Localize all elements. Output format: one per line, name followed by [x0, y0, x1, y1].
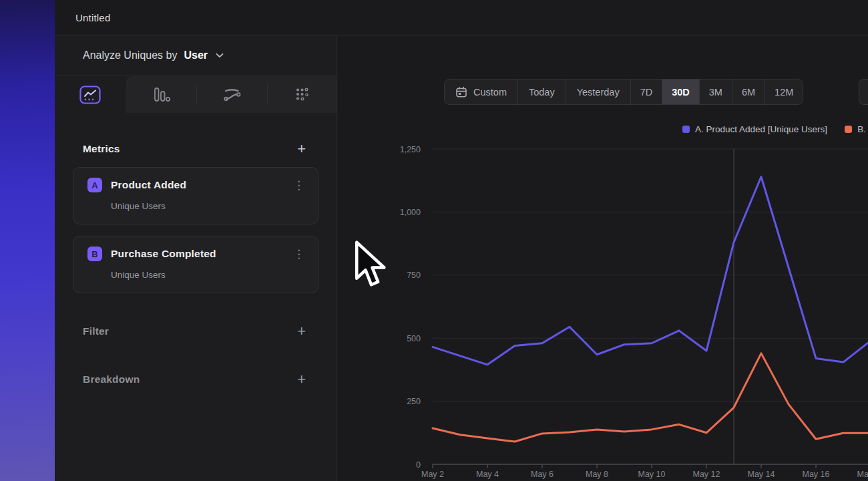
legend-item[interactable]: B. Purchase Completed [Unique Users]	[845, 124, 868, 134]
metric-card-b[interactable]: B Purchase Completed ⋮ Unique Users	[73, 236, 318, 293]
query-panel: Analyze Uniques by User	[55, 35, 337, 481]
legend-swatch	[845, 126, 852, 133]
calendar-icon	[455, 86, 467, 98]
funnel-icon	[151, 86, 171, 104]
range-button-30d[interactable]: 30D	[662, 79, 699, 104]
metric-event-name[interactable]: Purchase Completed	[111, 248, 216, 260]
legend-item[interactable]: A. Product Added [Unique Users]	[682, 124, 827, 134]
chart-legend: A. Product Added [Unique Users]B. Purcha…	[682, 124, 868, 134]
breakdown-header: Breakdown +	[55, 373, 337, 386]
date-range-bar: CustomTodayYesterday7D30D3M6M12M	[444, 79, 803, 105]
metrics-header: Metrics +	[55, 142, 337, 156]
add-metric-button[interactable]: +	[297, 142, 306, 156]
chevron-down-icon[interactable]	[216, 53, 224, 58]
range-button-today[interactable]: Today	[517, 79, 566, 104]
metric-measure[interactable]: Unique Users	[111, 270, 306, 280]
compare-button[interactable]: Compare	[859, 79, 868, 105]
filter-header: Filter +	[55, 325, 337, 338]
analyze-row: Analyze Uniques by User	[55, 35, 337, 76]
analyze-value-dropdown[interactable]: User	[184, 49, 208, 61]
filter-title: Filter	[83, 325, 109, 337]
tab-insights[interactable]	[55, 76, 126, 113]
kebab-menu-icon[interactable]: ⋮	[290, 178, 307, 192]
retention-dots-icon	[293, 86, 312, 104]
add-filter-button[interactable]: +	[297, 325, 306, 338]
add-breakdown-button[interactable]: +	[297, 373, 306, 386]
tab-retention[interactable]	[267, 76, 338, 113]
app-window: Untitled Analyze Uniques by User	[55, 0, 868, 481]
legend-label: A. Product Added [Unique Users]	[695, 124, 827, 134]
range-button-12m[interactable]: 12M	[765, 79, 803, 104]
breakdown-title: Breakdown	[83, 373, 140, 385]
legend-label: B. Purchase Completed [Unique Users]	[857, 124, 868, 134]
analyze-label: Analyze Uniques by	[83, 49, 177, 61]
date-range-group: CustomTodayYesterday7D30D3M6M12M	[444, 79, 803, 105]
legend-swatch	[682, 126, 690, 133]
range-button-3m[interactable]: 3M	[699, 79, 732, 104]
tab-flows[interactable]	[196, 76, 267, 113]
metric-event-name[interactable]: Product Added	[111, 179, 186, 191]
line-chart-icon	[79, 86, 101, 104]
topbar: Untitled	[55, 0, 868, 35]
range-button-custom[interactable]: Custom	[445, 79, 517, 104]
chart-panel: CustomTodayYesterday7D30D3M6M12M Compare…	[338, 36, 868, 481]
metric-card-a[interactable]: A Product Added ⋮ Unique Users	[73, 167, 318, 224]
range-button-yesterday[interactable]: Yesterday	[566, 79, 630, 104]
metric-badge-b: B	[87, 247, 102, 261]
metrics-title: Metrics	[83, 143, 120, 155]
metric-badge-a: A	[87, 178, 102, 192]
background-gradient	[0, 0, 55, 481]
report-title[interactable]: Untitled	[75, 12, 110, 23]
metric-measure[interactable]: Unique Users	[111, 201, 306, 211]
chart-type-tabs	[55, 76, 337, 113]
range-button-7d[interactable]: 7D	[630, 79, 662, 104]
kebab-menu-icon[interactable]: ⋮	[290, 247, 307, 261]
tab-funnels[interactable]	[126, 76, 196, 113]
flows-icon	[222, 86, 242, 104]
range-button-6m[interactable]: 6M	[732, 79, 765, 104]
